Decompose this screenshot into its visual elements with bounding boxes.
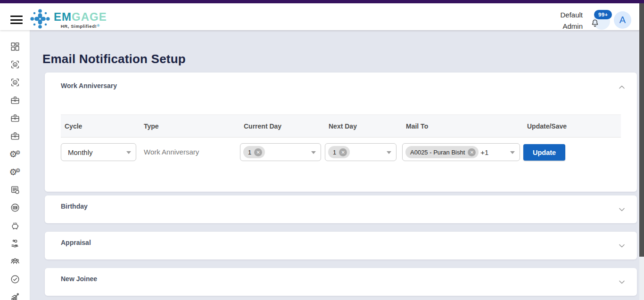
page-scrollbar[interactable] xyxy=(639,3,644,300)
panel-work-anniversary-title: Work Anniversary xyxy=(61,82,117,92)
panel-appraisal-title: Appraisal xyxy=(61,239,91,246)
top-accent-bar xyxy=(0,0,644,3)
chip-remove-icon[interactable]: ✕ xyxy=(339,148,347,156)
current-user-name: Default Admin xyxy=(560,9,583,32)
employee-badge-icon[interactable] xyxy=(0,199,30,217)
app-header: EMGAGE HR, Simplified!® Default Admin 99… xyxy=(0,3,644,30)
form-list-icon[interactable] xyxy=(0,181,30,199)
col-header-current-day: Current Day xyxy=(240,115,325,137)
briefcase-icon[interactable] xyxy=(0,127,30,145)
hamburger-menu-icon[interactable] xyxy=(10,16,23,24)
approval-check-icon[interactable] xyxy=(0,270,30,288)
notifications-button[interactable]: 99+ xyxy=(589,10,612,31)
emgage-logo-mark-icon xyxy=(29,8,51,32)
app-root: EMGAGE HR, Simplified!® Default Admin 99… xyxy=(0,0,644,300)
panel-new-joinee[interactable]: New Joinee xyxy=(45,268,637,296)
update-button[interactable]: Update xyxy=(523,144,565,161)
current-day-select[interactable]: 1 ✕ xyxy=(240,143,321,161)
brand-tagline: HR, Simplified! xyxy=(61,24,97,29)
page-title: Email Notification Setup xyxy=(42,52,186,66)
settings-gears-icon[interactable]: ⚙⚙ xyxy=(0,163,30,181)
col-header-type: Type xyxy=(140,115,240,137)
settings-gears-icon[interactable]: ⚙⚙ xyxy=(0,145,30,163)
col-header-mail-to: Mail To xyxy=(402,115,523,137)
chevron-down-icon[interactable] xyxy=(618,206,626,215)
chevron-up-icon[interactable] xyxy=(618,84,626,92)
type-value: Work Anniversary xyxy=(140,148,240,156)
user-avatar[interactable]: A xyxy=(614,11,631,29)
table-header-row: Cycle Type Current Day Next Day Mail To … xyxy=(61,114,621,138)
cycle-select[interactable]: Monthly xyxy=(61,143,136,161)
left-nav-sidebar: ⚙⚙ ⚙⚙ xyxy=(0,30,30,300)
main-content: Email Notification Setup Work Anniversar… xyxy=(30,30,644,300)
panel-work-anniversary: Work Anniversary Cycle Type Current Day … xyxy=(45,73,637,192)
chip-remove-icon[interactable]: ✕ xyxy=(468,148,476,156)
chevron-down-icon[interactable] xyxy=(618,279,626,287)
briefcase-icon[interactable] xyxy=(0,109,30,127)
avatar-initial: A xyxy=(619,15,626,25)
panel-birthday-title: Birthday xyxy=(61,203,88,210)
dashboard-icon[interactable] xyxy=(0,38,30,56)
cycle-select-value: Monthly xyxy=(68,148,93,156)
table-row: Monthly Work Anniversary 1 ✕ xyxy=(61,138,621,161)
emgage-logo[interactable]: EMGAGE HR, Simplified!® xyxy=(29,8,107,32)
panel-birthday[interactable]: Birthday xyxy=(45,195,637,223)
next-day-chip: 1 ✕ xyxy=(328,146,350,158)
growth-chart-icon[interactable] xyxy=(0,288,30,300)
chip-remove-icon[interactable]: ✕ xyxy=(254,148,262,156)
briefcase-icon[interactable] xyxy=(0,91,30,109)
notification-count-badge: 99+ xyxy=(594,10,612,19)
chevron-down-icon[interactable] xyxy=(618,243,626,251)
panel-new-joinee-title: New Joinee xyxy=(61,275,97,283)
scrollbar-thumb[interactable] xyxy=(639,3,644,257)
face-scan-icon[interactable] xyxy=(0,73,30,91)
brand-primary: EM xyxy=(54,10,72,23)
mail-to-more-count: +1 xyxy=(480,148,488,156)
piggy-bank-icon[interactable] xyxy=(0,217,30,235)
bell-icon xyxy=(590,18,600,30)
next-day-select[interactable]: 1 ✕ xyxy=(325,143,396,161)
brand-secondary: GAGE xyxy=(72,10,107,23)
registered-mark: ® xyxy=(97,24,100,28)
mail-to-select[interactable]: A0025 - Puran Bisht ✕ +1 xyxy=(402,143,520,161)
col-header-update-save: Update/Save xyxy=(523,115,621,137)
mail-to-chip: A0025 - Puran Bisht ✕ xyxy=(405,146,479,158)
panel-appraisal[interactable]: Appraisal xyxy=(45,232,637,259)
payroll-hand-icon[interactable] xyxy=(0,235,30,252)
team-icon[interactable] xyxy=(0,252,30,270)
col-header-next-day: Next Day xyxy=(325,115,402,137)
face-scan-icon[interactable] xyxy=(0,56,30,73)
col-header-cycle: Cycle xyxy=(61,115,140,137)
emgage-logo-text: EMGAGE HR, Simplified!® xyxy=(54,11,107,29)
current-day-chip: 1 ✕ xyxy=(243,146,265,158)
notification-table: Cycle Type Current Day Next Day Mail To … xyxy=(61,114,621,161)
